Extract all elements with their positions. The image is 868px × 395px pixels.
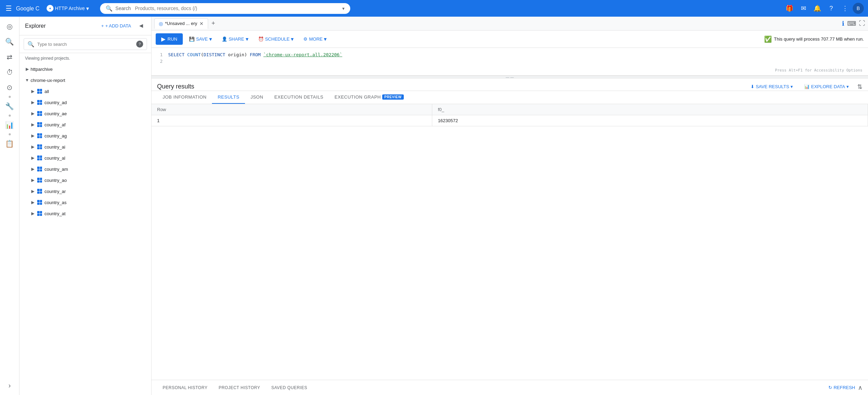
more-btn-country_ar[interactable]: ⋮: [142, 188, 148, 195]
explorer-title: Explorer: [25, 23, 46, 29]
tree-item-country_ar[interactable]: ▶ country_ar ⋮: [19, 186, 151, 197]
more-button[interactable]: ⚙ MORE ▾: [300, 34, 330, 44]
tree-item-country_ao[interactable]: ▶ country_ao ⋮: [19, 175, 151, 186]
more-btn-country_ae[interactable]: ⋮: [142, 110, 148, 117]
tab-saved-queries[interactable]: SAVED QUERIES: [266, 382, 313, 394]
tree-item-all[interactable]: ▶ all ⋮: [19, 86, 151, 97]
refresh-button[interactable]: ↻ REFRESH: [828, 385, 855, 390]
tab-job-information[interactable]: JOB INFORMATION: [157, 91, 212, 104]
add-tab-button[interactable]: +: [210, 19, 218, 28]
pin-btn-chrome[interactable]: 📌: [134, 77, 141, 84]
tree-item-country_ag[interactable]: ▶ country_ag ⋮: [19, 130, 151, 141]
tree-item-httparchive[interactable]: ▶ httparchive ⋮: [19, 64, 151, 75]
code-line-2: 2: [157, 59, 862, 64]
share-button[interactable]: 👤 SHARE ▾: [218, 34, 252, 44]
item-label-httparchive: httparchive: [31, 67, 142, 72]
user-avatar[interactable]: B: [853, 3, 864, 14]
wrench-nav-icon[interactable]: 🔧: [3, 99, 17, 113]
tree-item-country_as[interactable]: ▶ country_as ⋮: [19, 197, 151, 208]
collapse-bottom-button[interactable]: ∧: [858, 384, 862, 392]
tree-item-country_at[interactable]: ▶ country_at ⋮: [19, 208, 151, 219]
more-btn-country_al[interactable]: ⋮: [142, 154, 148, 161]
code-editor[interactable]: 1 SELECT COUNT(DISTINCT origin) FROM `ch…: [152, 48, 868, 76]
more-btn-chrome[interactable]: ⋮: [142, 77, 148, 84]
tree-item-country_af[interactable]: ▶ country_af ⋮: [19, 119, 151, 130]
tree-item-country_ae[interactable]: ▶ country_ae ⋮: [19, 108, 151, 119]
hamburger-menu[interactable]: ☰: [4, 3, 13, 14]
run-button[interactable]: ▶ RUN: [156, 33, 183, 45]
more-btn-country_am[interactable]: ⋮: [142, 166, 148, 173]
results-expand-icon[interactable]: ⇅: [857, 83, 862, 91]
search-input[interactable]: [135, 6, 339, 11]
tab-json[interactable]: JSON: [245, 91, 269, 104]
explorer-help-icon[interactable]: ?: [136, 41, 143, 48]
results-table: Row f0_ 1 16230572: [152, 104, 868, 126]
tree-item-chrome-ux-report[interactable]: ▼ chrome-ux-report 📌 ⋮: [19, 75, 151, 86]
clipboard-nav-icon[interactable]: 📋: [3, 137, 17, 151]
accessibility-note: Press Alt+F1 for Accessibility Options: [775, 68, 862, 73]
explore-data-chevron: ▾: [846, 84, 849, 89]
tab-results-label: RESULTS: [218, 94, 239, 100]
more-icon: ⚙: [303, 36, 308, 42]
more-options-icon[interactable]: ⋮: [839, 2, 851, 15]
resize-handle[interactable]: — —: [152, 76, 868, 78]
tab-project-history[interactable]: PROJECT HISTORY: [213, 382, 266, 394]
tab-execution-graph[interactable]: EXECUTION GRAPH PREVIEW: [329, 91, 409, 104]
tab-personal-history[interactable]: PERSONAL HISTORY: [157, 382, 213, 394]
connections-nav-icon[interactable]: ⊙: [3, 81, 17, 94]
more-btn-httparchive[interactable]: ⋮: [142, 66, 148, 73]
bottom-bar: PERSONAL HISTORY PROJECT HISTORY SAVED Q…: [152, 380, 868, 395]
more-btn-all[interactable]: ⋮: [142, 88, 148, 95]
add-icon: +: [101, 23, 104, 28]
more-btn-country_at[interactable]: ⋮: [142, 210, 148, 217]
tree-item-country_ai[interactable]: ▶ country_ai ⋮: [19, 141, 151, 152]
tab-keyboard-icon[interactable]: ⌨: [847, 20, 856, 27]
results-header: Query results ⬇ SAVE RESULTS ▾ 📊 EXPLORE…: [152, 78, 868, 91]
editor-tab-bar: ◎ *Unsaved ... ery ✕ + ℹ ⌨ ⛶: [152, 17, 868, 31]
explore-data-button[interactable]: 📊 EXPLORE DATA ▾: [801, 83, 852, 91]
item-label-country_ae: country_ae: [44, 111, 142, 116]
tab-execution-details[interactable]: EXECUTION DETAILS: [269, 91, 329, 104]
tab-results[interactable]: RESULTS: [212, 91, 245, 104]
tab-close-icon[interactable]: ✕: [199, 21, 204, 26]
reports-nav-icon[interactable]: 📊: [3, 118, 17, 132]
collapse-explorer-button[interactable]: ◄: [137, 21, 146, 31]
more-btn-country_as[interactable]: ⋮: [142, 199, 148, 206]
save-chevron-icon: ▾: [209, 36, 212, 42]
expand-arrow-country_af: ▶: [29, 121, 36, 128]
main-layout: ◎ 🔍 ⇄ ⏱ ⊙ 🔧 📊 📋 › Explorer + + ADD DATA …: [0, 17, 868, 395]
more-label: MORE: [309, 36, 322, 42]
history-nav-icon[interactable]: ⏱: [3, 65, 17, 79]
expand-arrow-country_as: ▶: [29, 199, 36, 206]
tree-item-country_am[interactable]: ▶ country_am ⋮: [19, 163, 151, 175]
tree-item-country_ad[interactable]: ▶ country_ad ⋮: [19, 97, 151, 108]
help-icon[interactable]: ?: [825, 2, 837, 15]
explorer-search-input[interactable]: [37, 42, 133, 47]
more-btn-country_ai[interactable]: ⋮: [142, 143, 148, 150]
item-label-country_as: country_as: [44, 200, 142, 205]
schedule-button[interactable]: ⏰ SCHEDULE ▾: [255, 34, 297, 44]
more-btn-country_ag[interactable]: ⋮: [142, 132, 148, 139]
analytics-nav-icon[interactable]: ◎: [3, 19, 17, 33]
transfer-nav-icon[interactable]: ⇄: [3, 50, 17, 64]
save-results-button[interactable]: ⬇ SAVE RESULTS ▾: [748, 83, 796, 91]
tree-item-country_al[interactable]: ▶ country_al ⋮: [19, 152, 151, 163]
save-button[interactable]: 💾 SAVE ▾: [186, 34, 215, 44]
explorer-actions: + + ADD DATA ◄: [98, 21, 146, 31]
project-selector[interactable]: HTTP Archive ▾: [44, 3, 92, 13]
expand-panel-icon[interactable]: ›: [3, 378, 17, 392]
item-label-country_al: country_al: [44, 156, 142, 161]
support-icon[interactable]: ✉: [797, 2, 810, 15]
search-nav-icon[interactable]: 🔍: [3, 35, 17, 49]
project-name: HTTP Archive: [55, 6, 85, 11]
gift-icon[interactable]: 🎁: [783, 2, 796, 15]
more-btn-country_af[interactable]: ⋮: [142, 121, 148, 128]
tab-fullscreen-icon[interactable]: ⛶: [859, 20, 865, 27]
notifications-icon[interactable]: 🔔: [811, 2, 824, 15]
add-data-button[interactable]: + + ADD DATA: [98, 22, 134, 30]
query-tab-unsaved[interactable]: ◎ *Unsaved ... ery ✕: [154, 18, 208, 29]
more-btn-country_ad[interactable]: ⋮: [142, 99, 148, 106]
tab-info-icon[interactable]: ℹ: [842, 20, 844, 27]
search-expand-icon[interactable]: ▾: [342, 6, 345, 11]
more-btn-country_ao[interactable]: ⋮: [142, 177, 148, 184]
